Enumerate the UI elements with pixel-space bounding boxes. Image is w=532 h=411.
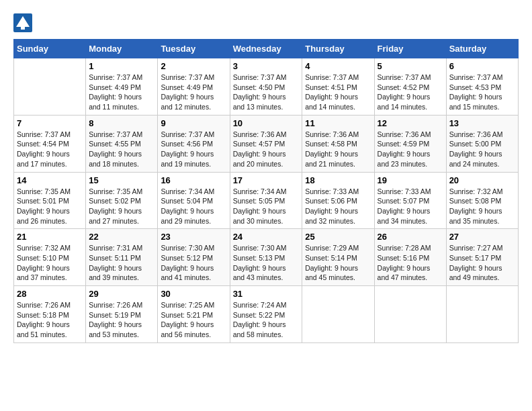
day-info: Sunrise: 7:36 AMSunset: 5:00 PMDaylight:… — [449, 130, 515, 169]
header-saturday: Saturday — [446, 40, 518, 58]
calendar-cell: 7Sunrise: 7:37 AMSunset: 4:54 PMDaylight… — [14, 115, 86, 172]
day-number: 9 — [161, 118, 226, 128]
day-number: 2 — [161, 61, 226, 71]
day-number: 13 — [449, 118, 515, 128]
day-info: Sunrise: 7:35 AMSunset: 5:02 PMDaylight:… — [89, 187, 154, 226]
calendar-cell: 26Sunrise: 7:28 AMSunset: 5:16 PMDayligh… — [374, 229, 446, 286]
logo-icon — [13, 13, 32, 32]
calendar-cell: 11Sunrise: 7:36 AMSunset: 4:58 PMDayligh… — [302, 115, 374, 172]
week-row-2: 7Sunrise: 7:37 AMSunset: 4:54 PMDaylight… — [14, 115, 519, 172]
day-info: Sunrise: 7:27 AMSunset: 5:17 PMDaylight:… — [449, 243, 515, 283]
day-info: Sunrise: 7:37 AMSunset: 4:52 PMDaylight:… — [378, 73, 443, 112]
calendar-cell: 15Sunrise: 7:35 AMSunset: 5:02 PMDayligh… — [86, 172, 158, 229]
calendar-cell: 28Sunrise: 7:26 AMSunset: 5:18 PMDayligh… — [14, 286, 86, 343]
day-info: Sunrise: 7:24 AMSunset: 5:22 PMDaylight:… — [233, 300, 300, 340]
day-number: 25 — [305, 232, 371, 242]
day-info: Sunrise: 7:32 AMSunset: 5:10 PMDaylight:… — [17, 243, 83, 283]
day-info: Sunrise: 7:34 AMSunset: 5:04 PMDaylight:… — [161, 187, 226, 226]
header-tuesday: Tuesday — [158, 40, 230, 58]
calendar-cell: 24Sunrise: 7:30 AMSunset: 5:13 PMDayligh… — [230, 229, 302, 286]
page-header — [13, 13, 519, 32]
header-monday: Monday — [86, 40, 158, 58]
calendar-cell: 20Sunrise: 7:32 AMSunset: 5:08 PMDayligh… — [446, 172, 518, 229]
calendar-cell: 1Sunrise: 7:37 AMSunset: 4:49 PMDaylight… — [86, 58, 158, 116]
calendar-cell: 22Sunrise: 7:31 AMSunset: 5:11 PMDayligh… — [86, 229, 158, 286]
calendar-cell: 29Sunrise: 7:26 AMSunset: 5:19 PMDayligh… — [86, 286, 158, 343]
day-number: 28 — [17, 289, 83, 299]
calendar-cell: 3Sunrise: 7:37 AMSunset: 4:50 PMDaylight… — [230, 58, 302, 116]
day-number: 10 — [233, 118, 300, 128]
svg-rect-2 — [21, 24, 25, 30]
calendar-cell: 12Sunrise: 7:36 AMSunset: 4:59 PMDayligh… — [374, 115, 446, 172]
day-number: 29 — [89, 289, 154, 299]
day-number: 31 — [233, 289, 300, 299]
day-number: 20 — [449, 175, 515, 185]
day-number: 4 — [305, 61, 371, 71]
day-info: Sunrise: 7:37 AMSunset: 4:49 PMDaylight:… — [161, 73, 226, 112]
day-number: 23 — [161, 232, 226, 242]
day-info: Sunrise: 7:30 AMSunset: 5:12 PMDaylight:… — [161, 243, 226, 283]
day-info: Sunrise: 7:32 AMSunset: 5:08 PMDaylight:… — [449, 187, 515, 226]
calendar-cell: 19Sunrise: 7:33 AMSunset: 5:07 PMDayligh… — [374, 172, 446, 229]
calendar-cell: 25Sunrise: 7:29 AMSunset: 5:14 PMDayligh… — [302, 229, 374, 286]
day-info: Sunrise: 7:36 AMSunset: 4:58 PMDaylight:… — [305, 130, 371, 169]
header-sunday: Sunday — [14, 40, 86, 58]
calendar-cell: 10Sunrise: 7:36 AMSunset: 4:57 PMDayligh… — [230, 115, 302, 172]
calendar-cell: 13Sunrise: 7:36 AMSunset: 5:00 PMDayligh… — [446, 115, 518, 172]
calendar-cell: 31Sunrise: 7:24 AMSunset: 5:22 PMDayligh… — [230, 286, 302, 343]
week-row-5: 28Sunrise: 7:26 AMSunset: 5:18 PMDayligh… — [14, 286, 519, 343]
day-info: Sunrise: 7:37 AMSunset: 4:51 PMDaylight:… — [305, 73, 371, 112]
day-info: Sunrise: 7:36 AMSunset: 4:59 PMDaylight:… — [378, 130, 443, 169]
calendar-cell: 18Sunrise: 7:33 AMSunset: 5:06 PMDayligh… — [302, 172, 374, 229]
day-info: Sunrise: 7:34 AMSunset: 5:05 PMDaylight:… — [233, 187, 300, 226]
day-info: Sunrise: 7:33 AMSunset: 5:06 PMDaylight:… — [305, 187, 371, 226]
calendar-cell: 5Sunrise: 7:37 AMSunset: 4:52 PMDaylight… — [374, 58, 446, 116]
day-number: 3 — [233, 61, 300, 71]
calendar-table: SundayMondayTuesdayWednesdayThursdayFrid… — [13, 39, 519, 343]
header-wednesday: Wednesday — [230, 40, 302, 58]
day-number: 19 — [378, 175, 443, 185]
calendar-cell: 9Sunrise: 7:37 AMSunset: 4:56 PMDaylight… — [158, 115, 230, 172]
calendar-cell: 21Sunrise: 7:32 AMSunset: 5:10 PMDayligh… — [14, 229, 86, 286]
calendar-cell: 17Sunrise: 7:34 AMSunset: 5:05 PMDayligh… — [230, 172, 302, 229]
day-number: 27 — [449, 232, 515, 242]
day-number: 11 — [305, 118, 371, 128]
calendar-cell — [14, 58, 86, 116]
day-info: Sunrise: 7:37 AMSunset: 4:53 PMDaylight:… — [449, 73, 515, 112]
day-number: 12 — [378, 118, 443, 128]
week-row-1: 1Sunrise: 7:37 AMSunset: 4:49 PMDaylight… — [14, 58, 519, 116]
day-number: 16 — [161, 175, 226, 185]
day-number: 22 — [89, 232, 154, 242]
day-info: Sunrise: 7:29 AMSunset: 5:14 PMDaylight:… — [305, 243, 371, 283]
day-info: Sunrise: 7:37 AMSunset: 4:55 PMDaylight:… — [89, 130, 154, 169]
day-number: 8 — [89, 118, 154, 128]
day-number: 6 — [449, 61, 515, 71]
day-info: Sunrise: 7:37 AMSunset: 4:50 PMDaylight:… — [233, 73, 300, 112]
logo — [13, 13, 34, 32]
calendar-header: SundayMondayTuesdayWednesdayThursdayFrid… — [14, 40, 519, 58]
calendar-cell — [446, 286, 518, 343]
week-row-4: 21Sunrise: 7:32 AMSunset: 5:10 PMDayligh… — [14, 229, 519, 286]
calendar-cell: 23Sunrise: 7:30 AMSunset: 5:12 PMDayligh… — [158, 229, 230, 286]
calendar-cell: 2Sunrise: 7:37 AMSunset: 4:49 PMDaylight… — [158, 58, 230, 116]
day-number: 21 — [17, 232, 83, 242]
header-thursday: Thursday — [302, 40, 374, 58]
day-number: 24 — [233, 232, 300, 242]
day-info: Sunrise: 7:28 AMSunset: 5:16 PMDaylight:… — [378, 243, 443, 283]
day-info: Sunrise: 7:26 AMSunset: 5:18 PMDaylight:… — [17, 300, 83, 340]
day-number: 7 — [17, 118, 83, 128]
day-info: Sunrise: 7:31 AMSunset: 5:11 PMDaylight:… — [89, 243, 154, 283]
calendar-cell: 4Sunrise: 7:37 AMSunset: 4:51 PMDaylight… — [302, 58, 374, 116]
calendar-cell — [374, 286, 446, 343]
day-info: Sunrise: 7:37 AMSunset: 4:56 PMDaylight:… — [161, 130, 226, 169]
day-info: Sunrise: 7:30 AMSunset: 5:13 PMDaylight:… — [233, 243, 300, 283]
day-number: 15 — [89, 175, 154, 185]
header-row: SundayMondayTuesdayWednesdayThursdayFrid… — [14, 40, 519, 58]
day-info: Sunrise: 7:36 AMSunset: 4:57 PMDaylight:… — [233, 130, 300, 169]
day-number: 5 — [378, 61, 443, 71]
day-info: Sunrise: 7:26 AMSunset: 5:19 PMDaylight:… — [89, 300, 154, 340]
calendar-body: 1Sunrise: 7:37 AMSunset: 4:49 PMDaylight… — [14, 58, 519, 343]
header-friday: Friday — [374, 40, 446, 58]
calendar-cell: 8Sunrise: 7:37 AMSunset: 4:55 PMDaylight… — [86, 115, 158, 172]
day-info: Sunrise: 7:37 AMSunset: 4:54 PMDaylight:… — [17, 130, 83, 169]
